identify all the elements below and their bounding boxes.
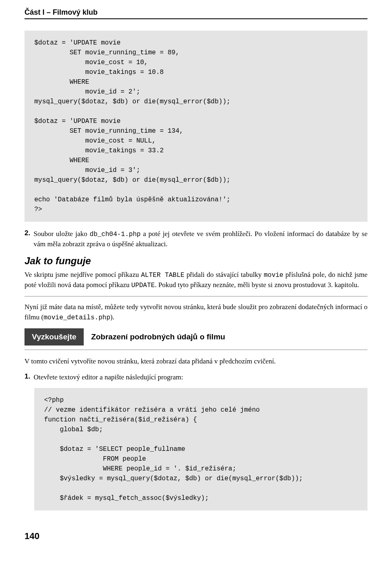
header-rule [24, 18, 368, 19]
code-block-1: $dotaz = 'UPDATE movie SET movie_running… [24, 31, 368, 222]
hiw-c3: UPDATE [131, 282, 155, 289]
step2-text-a: Soubor uložte jako [33, 230, 89, 238]
try-intro: V tomto cvičení vytvoříte novou stránku,… [24, 357, 368, 367]
try-it-row: Vyzkoušejte Zobrazení podrobných údajů o… [24, 328, 368, 345]
bridge-b: ). [110, 313, 114, 321]
how-it-works-para: Ve skriptu jsme nejdříve pomocí příkazu … [24, 270, 368, 290]
separator-bottom [24, 350, 368, 350]
bridge-code: movie_details.php [44, 314, 110, 321]
page-header: Část I – Filmový klub [24, 8, 368, 17]
hiw-c1: ALTER TABLE [141, 272, 184, 279]
step-number-1b: 1. [24, 372, 33, 383]
page-number: 140 [24, 531, 368, 542]
step1b-text: Otevřete textový editor a napište násled… [33, 372, 183, 383]
bridge-para: Nyní již máte data na místě, můžete tedy… [24, 302, 368, 323]
hiw-d: . Pokud tyto příkazy neznáte, měli byste… [155, 281, 359, 289]
step-2: 2. Soubor uložte jako db_ch04-1.php a po… [24, 229, 368, 250]
hiw-b: přidali do stávající tabulky [185, 271, 264, 279]
hiw-a: Ve skriptu jsme nejdříve pomocí příkazu [24, 271, 141, 279]
separator-top [24, 296, 368, 296]
step-number: 2. [24, 229, 33, 250]
hiw-c2: movie [264, 272, 283, 279]
try-it-title: Zobrazení podrobných údajů o filmu [84, 328, 232, 345]
how-it-works-heading: Jak to funguje [24, 255, 368, 267]
code-block-2: <?php // vezme identifikátor režiséra a … [34, 388, 368, 510]
step2-filename: db_ch04-1.php [90, 231, 141, 238]
step-1b: 1. Otevřete textový editor a napište nás… [24, 372, 368, 383]
try-it-label: Vyzkoušejte [24, 328, 84, 345]
